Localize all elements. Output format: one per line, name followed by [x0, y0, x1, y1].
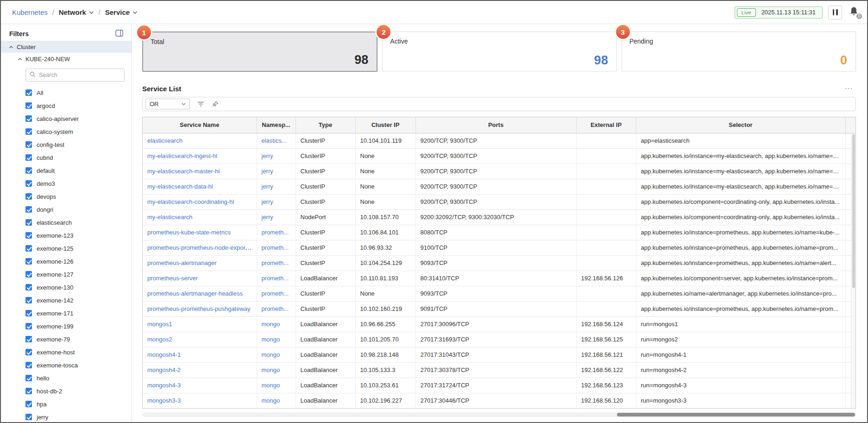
service-name-link[interactable]: prometheus-prometheus-node-exporter [147, 244, 252, 251]
vertical-scrollbar-thumb[interactable] [852, 134, 855, 288]
namespace-filter-item[interactable]: calico-apiserver [1, 112, 132, 125]
namespace-link[interactable]: prometh... [262, 244, 289, 251]
checkbox-checked-icon[interactable] [25, 375, 32, 381]
checkbox-checked-icon[interactable] [25, 193, 32, 200]
checkbox-checked-icon[interactable] [25, 232, 32, 239]
service-name-link[interactable]: my-elasticsearch-master-hl [147, 168, 220, 175]
column-header-type[interactable]: Type [296, 117, 355, 133]
service-name-link[interactable]: prometheus-kube-state-metrics [147, 229, 231, 236]
checkbox-checked-icon[interactable] [25, 115, 32, 122]
namespace-filter-item[interactable]: exemone-199 [1, 320, 132, 333]
namespace-link[interactable]: mongo [262, 351, 280, 358]
namespace-filter-item[interactable]: exemone-125 [1, 242, 132, 255]
namespace-filter-item[interactable]: exemone-host [1, 346, 132, 359]
namespace-link[interactable]: prometh... [262, 305, 289, 312]
namespace-filter-item[interactable]: devops [1, 190, 132, 203]
column-header-ports[interactable]: Ports [415, 117, 576, 133]
service-name-link[interactable]: my-elasticsearch [147, 214, 193, 221]
namespace-link[interactable]: jerry [262, 183, 273, 190]
namespace-filter-item[interactable]: calico-system [1, 125, 132, 138]
namespace-link[interactable]: elastics... [262, 137, 287, 144]
pause-button[interactable] [828, 6, 842, 19]
namespace-filter-item[interactable]: dongri [1, 203, 132, 216]
checkbox-checked-icon[interactable] [25, 349, 32, 355]
tree-item-cluster[interactable]: Cluster [1, 41, 132, 53]
checkbox-checked-icon[interactable] [25, 102, 32, 109]
stat-card-pending[interactable]: 3 Pending 0 [622, 32, 856, 72]
namespace-link[interactable]: mongo [262, 397, 280, 404]
namespace-filter-item[interactable]: demo3 [1, 177, 132, 190]
namespace-filter-item[interactable]: host-db-2 [1, 385, 132, 398]
checkbox-checked-icon[interactable] [25, 219, 32, 226]
namespace-link[interactable]: prometh... [262, 229, 289, 236]
search-input[interactable] [39, 72, 120, 78]
namespace-filter-item[interactable]: exemone-142 [1, 294, 132, 307]
service-name-link[interactable]: my-elasticsearch-coordinating-hl [147, 198, 234, 205]
namespace-filter-item[interactable]: hello [1, 372, 132, 385]
checkbox-checked-icon[interactable] [25, 128, 32, 135]
tree-item-cluster-name[interactable]: KUBE-240-NEW [1, 53, 132, 65]
filter-operator-select[interactable]: OR [145, 99, 190, 109]
filter-icon[interactable] [197, 101, 204, 107]
breadcrumb-menu-network[interactable]: Network [59, 8, 94, 16]
checkbox-checked-icon[interactable] [25, 323, 32, 329]
namespace-link[interactable]: prometh... [262, 275, 289, 282]
service-name-link[interactable]: prometheus-prometheus-pushgateway [147, 305, 251, 312]
namespace-filter-item[interactable]: exemone-127 [1, 268, 132, 281]
stat-card-active[interactable]: 2 Active 98 [382, 32, 616, 72]
checkbox-checked-icon[interactable] [25, 206, 32, 213]
checkbox-checked-icon[interactable] [25, 245, 32, 252]
namespace-filter-item[interactable]: exemone-79 [1, 333, 132, 346]
namespace-link[interactable]: mongo [262, 366, 280, 373]
namespace-filter-item[interactable]: config-test [1, 138, 132, 151]
more-menu-icon[interactable]: ⋯ [844, 86, 856, 91]
column-header-selector[interactable]: Selector [636, 117, 845, 133]
collapse-panel-icon[interactable] [115, 30, 123, 38]
checkbox-checked-icon[interactable] [25, 180, 32, 187]
namespace-link[interactable]: prometh... [262, 290, 289, 297]
pin-icon[interactable] [212, 101, 219, 107]
namespace-link[interactable]: mongo [262, 382, 280, 389]
checkbox-checked-icon[interactable] [25, 271, 32, 278]
namespace-filter-item[interactable]: All [1, 86, 132, 99]
service-name-link[interactable]: prometheus-alertmanager-headless [147, 290, 243, 297]
namespace-link[interactable]: jerry [262, 152, 273, 159]
stat-card-total[interactable]: 1 Total 98 [142, 32, 377, 72]
namespace-link[interactable]: mongo [262, 321, 280, 328]
service-name-link[interactable]: my-elasticsearch-ingest-hl [147, 152, 217, 159]
namespace-filter-item[interactable]: exemone-126 [1, 255, 132, 268]
checkbox-checked-icon[interactable] [25, 258, 32, 265]
column-header-namesp[interactable]: Namesp... [257, 117, 296, 133]
checkbox-checked-icon[interactable] [25, 141, 32, 148]
column-header-cluster-ip[interactable]: Cluster IP [355, 117, 415, 133]
column-header-service-name[interactable]: Service Name [143, 117, 257, 133]
service-name-link[interactable]: prometheus-alertmanager [147, 259, 217, 266]
horizontal-scrollbar-thumb[interactable] [617, 413, 855, 417]
namespace-filter-item[interactable]: exemone-tosca [1, 359, 132, 372]
checkbox-checked-icon[interactable] [25, 362, 32, 368]
namespace-link[interactable]: jerry [262, 168, 273, 175]
namespace-link[interactable]: jerry [262, 198, 273, 205]
checkbox-checked-icon[interactable] [25, 297, 32, 303]
namespace-link[interactable]: prometh... [262, 259, 289, 266]
service-name-link[interactable]: mongosh3-3 [147, 397, 181, 404]
service-name-link[interactable]: my-elasticsearch-data-hl [147, 183, 213, 190]
namespace-filter-item[interactable]: exemone-123 [1, 229, 132, 242]
namespace-filter-item[interactable]: cubrid [1, 151, 132, 164]
service-name-link[interactable]: elasticsearch [147, 137, 182, 144]
checkbox-checked-icon[interactable] [25, 310, 32, 316]
checkbox-checked-icon[interactable] [25, 154, 32, 161]
namespace-filter-item[interactable]: elasticsearch [1, 216, 132, 229]
checkbox-checked-icon[interactable] [25, 284, 32, 290]
checkbox-checked-icon[interactable] [25, 167, 32, 174]
column-header-external-ip[interactable]: External IP [576, 117, 636, 133]
service-name-link[interactable]: mongosh4-2 [147, 366, 181, 373]
namespace-filter-item[interactable]: exemone-171 [1, 307, 132, 320]
service-name-link[interactable]: mongosh4-1 [147, 351, 181, 358]
service-name-link[interactable]: mongosh4-3 [147, 382, 181, 389]
namespace-filter-item[interactable]: exemone-130 [1, 281, 132, 294]
notifications-button[interactable]: 0 [848, 6, 860, 19]
namespace-link[interactable]: mongo [262, 336, 280, 343]
service-name-link[interactable]: mongos1 [147, 321, 172, 328]
namespace-filter-item[interactable]: default [1, 164, 132, 177]
